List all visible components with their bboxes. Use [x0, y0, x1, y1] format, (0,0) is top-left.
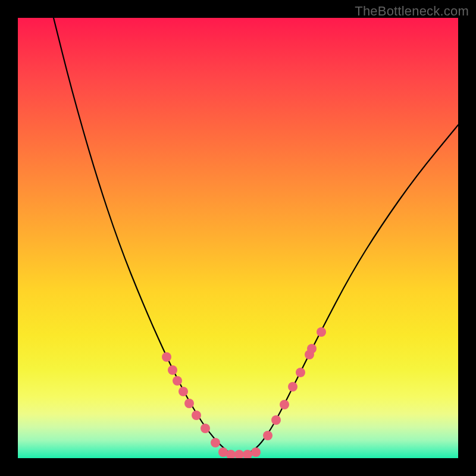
watermark-text: TheBottleneck.com — [355, 4, 469, 19]
plot-svg — [18, 18, 458, 458]
data-marker — [173, 376, 182, 386]
data-marker — [211, 438, 220, 447]
data-marker — [271, 415, 281, 425]
data-marker — [234, 450, 244, 458]
data-marker — [263, 431, 273, 440]
data-marker — [201, 424, 210, 433]
data-marker — [317, 327, 326, 337]
chart-container: TheBottleneck.com — [0, 0, 476, 476]
data-markers — [162, 327, 326, 458]
data-marker — [288, 382, 298, 392]
data-marker — [184, 399, 194, 408]
data-marker — [162, 352, 171, 362]
data-marker — [251, 447, 261, 457]
data-marker — [280, 400, 289, 409]
data-marker — [178, 387, 188, 396]
plot-area — [18, 18, 458, 458]
data-marker — [168, 365, 177, 375]
data-marker — [192, 411, 201, 420]
bottleneck-curve — [54, 18, 458, 455]
data-marker — [296, 368, 305, 377]
data-marker — [307, 344, 317, 353]
